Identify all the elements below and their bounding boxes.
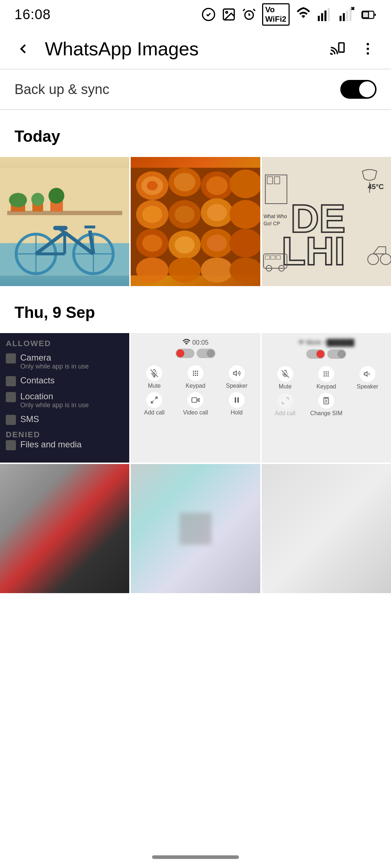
svg-point-103 [197,375,198,376]
svg-rect-11 [343,13,345,21]
perm-location-name: Location [20,391,89,401]
call-wifi-label1: 00:05 [182,339,209,346]
call-buttons-grid2: Mute Keypad [266,366,387,417]
svg-point-98 [193,373,194,374]
vowifi-icon: VoWiFi2 [262,3,290,26]
signal-x-icon [339,7,355,22]
mute-label-2: Mute [279,383,292,390]
svg-point-2 [226,12,227,13]
add-call-button-2[interactable]: Add call [266,393,304,417]
call-contact-name: Work +██████ [298,339,354,346]
speaker-button-2[interactable]: Speaker [348,366,387,390]
photo-blurred-3[interactable] [262,464,391,593]
svg-point-32 [49,188,64,204]
svg-point-113 [324,374,325,375]
camera-perm-icon [6,353,16,363]
home-bar [152,855,239,859]
empty-space [0,593,391,760]
svg-marker-105 [197,399,199,402]
perm-sms: SMS [6,414,123,425]
svg-point-28 [9,193,27,207]
svg-point-61 [207,204,227,221]
photo-bicycle[interactable] [0,157,129,286]
perm-denied-label: DENIED [6,430,123,439]
svg-point-57 [142,206,163,223]
svg-point-100 [197,373,198,374]
sync-row: Back up & sync [0,69,391,109]
gallery-icon [222,7,236,22]
keypad-button-2[interactable]: Keypad [307,366,345,390]
video-call-icon [188,392,203,408]
svg-point-59 [175,206,195,223]
wifi-icon [295,7,311,22]
svg-point-52 [174,173,196,192]
today-section-header: Today [0,110,391,157]
speaker-button-1[interactable]: Speaker [218,365,256,389]
change-sim-icon [318,393,334,409]
toolbar-actions [324,36,381,62]
home-indicator [0,846,391,868]
svg-point-64 [142,234,163,252]
cast-button[interactable] [324,36,350,62]
location-perm-icon [6,392,16,402]
video-call-label: Video call [183,409,208,416]
svg-rect-46 [53,226,68,230]
svg-rect-106 [192,398,197,403]
perm-camera-name: Camera [20,353,89,363]
photo-delhi[interactable]: DE LHI What Who Go! CP 45°C [262,157,391,286]
perm-contacts: Contacts [6,375,123,386]
svg-point-30 [31,193,44,206]
photo-call-screenshot-1[interactable]: 00:05 [131,333,260,462]
perm-camera: Camera Only while app is in use [6,353,123,370]
speaker-icon-2 [360,366,375,382]
photo-oranges[interactable] [131,157,260,286]
battery-icon [361,7,377,22]
perm-sms-name: SMS [20,414,39,424]
perm-camera-sub: Only while app is in use [20,363,89,370]
video-call-button[interactable]: Video call [176,392,215,416]
add-call-button-1[interactable]: Add call [135,392,173,416]
mute-button-1[interactable]: Mute [135,365,173,389]
keypad-icon-2 [318,366,334,382]
svg-point-20 [367,43,369,46]
perm-files: Files and media [6,439,123,450]
backup-sync-toggle[interactable] [340,80,377,99]
svg-point-116 [324,375,325,377]
svg-point-22 [367,52,369,55]
keypad-label-1: Keypad [186,383,205,389]
more-options-button[interactable] [355,36,381,62]
svg-rect-12 [346,10,348,21]
perm-allowed-label: ALLOWED [6,339,123,348]
svg-point-70 [136,258,168,282]
svg-point-112 [328,371,329,373]
mute-icon-2 [277,366,293,382]
photo-blurred-2[interactable] [131,464,260,593]
svg-point-118 [328,375,329,377]
back-button[interactable] [10,36,36,62]
svg-point-115 [328,374,329,375]
call-toggle-mini2 [306,349,325,359]
photo-permissions-screenshot[interactable]: ALLOWED Camera Only while app is in use … [0,333,129,462]
files-perm-icon [6,440,16,450]
svg-point-110 [324,371,325,373]
svg-rect-8 [324,10,327,21]
thu-section-header: Thu, 9 Sep [0,286,391,333]
svg-rect-13 [349,8,352,21]
svg-rect-18 [363,12,369,18]
contacts-perm-icon [6,376,16,386]
photo-blurred-1[interactable] [0,464,129,593]
svg-point-101 [193,375,194,376]
change-sim-button[interactable]: Change SIM [307,393,345,417]
svg-text:What Who: What Who [264,213,287,219]
keypad-button-1[interactable]: Keypad [176,365,215,389]
photo-call-screenshot-2[interactable]: Work +██████ [262,333,391,462]
svg-point-95 [193,371,194,372]
keypad-label-2: Keypad [316,383,336,390]
svg-point-68 [207,234,227,252]
svg-rect-10 [340,16,342,21]
svg-point-72 [201,258,233,282]
perm-location: Location Only while app is in use [6,391,123,409]
hold-icon [229,392,245,408]
hold-button[interactable]: Hold [218,392,256,416]
mute-button-2[interactable]: Mute [266,366,304,390]
